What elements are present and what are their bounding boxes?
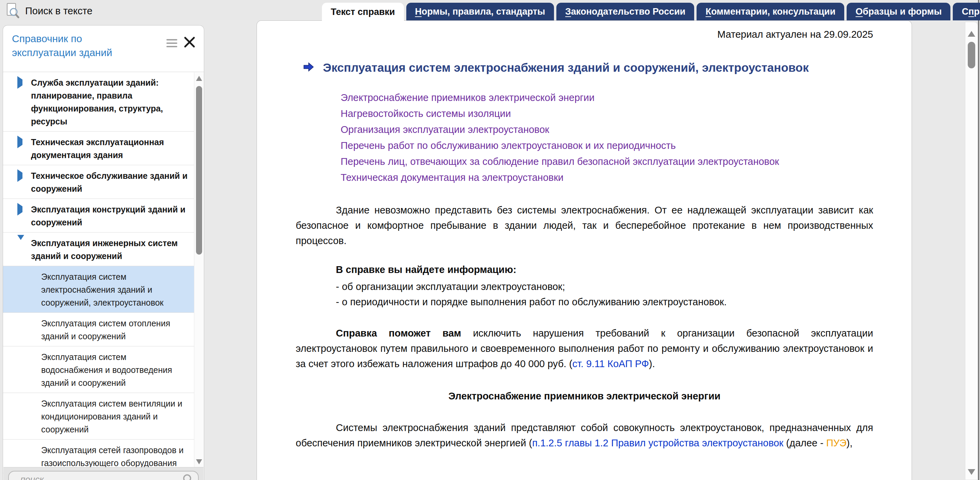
sidebar-footer: поиск [3, 467, 204, 480]
handbook-tree: Служба эксплуатации зданий: планирование… [3, 72, 194, 473]
tree-item-engineering-systems[interactable]: Эксплуатация инженерных систем зданий и … [3, 233, 194, 266]
bullet-line: - о периодичности и порядке выполнения р… [336, 295, 873, 310]
document-scrollbar[interactable] [965, 22, 978, 480]
systems-paragraph: Системы электроснабжения зданий представ… [296, 420, 873, 451]
blue-arrow-icon [303, 62, 314, 73]
scroll-down-icon[interactable] [968, 469, 975, 475]
tab-references[interactable]: Справки [953, 3, 980, 21]
tab-norms-standards[interactable]: Нормы, правила, стандарты [406, 3, 554, 21]
pue-rules-link[interactable]: п.1.2.5 главы 1.2 Правил устройства элек… [532, 437, 783, 448]
bullet-line: - об организации эксплуатации электроуст… [336, 279, 873, 295]
handbook-sidebar-panel: Справочник по эксплуатации зданий Служба… [3, 25, 204, 480]
tab-samples-forms[interactable]: Образцы и формы [846, 3, 950, 21]
toc-link[interactable]: Перечень работ по обслуживанию электроус… [340, 138, 873, 154]
tree-item-ventilation[interactable]: Эксплуатация систем вентиляции и кондици… [3, 393, 194, 440]
collapsed-triangle-icon[interactable] [3, 203, 31, 229]
search-in-text-icon [5, 2, 21, 20]
tab-legislation-russia[interactable]: Законодательство России [556, 3, 694, 21]
window-edge [978, 0, 979, 480]
section-heading: Электроснабжение приемников электрическо… [296, 388, 873, 404]
document-body: Здание невозможно представить без систем… [296, 203, 873, 451]
search-in-text-label: Поиск в тексте [25, 5, 92, 17]
expanded-triangle-icon[interactable] [3, 237, 31, 263]
intro-paragraph: Здание невозможно представить без систем… [296, 203, 873, 249]
toc-link[interactable]: Нагревостойкость системы изоляции [340, 106, 873, 122]
koap-article-link[interactable]: ст. 9.11 КоАП РФ [572, 358, 649, 369]
page-title: Эксплуатация систем электроснабжения зда… [323, 61, 809, 74]
toc-link[interactable]: Техническая документация на электроустан… [340, 170, 873, 185]
tree-item-heating[interactable]: Эксплуатация систем отопления зданий и с… [3, 313, 194, 346]
tree-item-structures[interactable]: Эксплуатация конструкций зданий и сооруж… [3, 199, 194, 233]
help-paragraph: Справка поможет вам исключить нарушения … [296, 326, 873, 372]
collapsed-triangle-icon[interactable] [3, 76, 31, 128]
collapsed-triangle-icon[interactable] [3, 169, 31, 195]
sidebar-scrollbar[interactable] [194, 73, 204, 468]
toc-link[interactable]: Организация эксплуатации электроустаново… [340, 122, 873, 138]
tree-item-power-supply-selected[interactable]: Эксплуатация систем электроснабжения зда… [3, 266, 194, 313]
scroll-up-icon[interactable] [196, 76, 202, 81]
sidebar-scrollbar-thumb[interactable] [196, 86, 202, 255]
close-icon[interactable] [183, 36, 196, 49]
sidebar-search-input[interactable]: поиск [8, 471, 199, 480]
tab-strip: Текст справки Нормы, правила, стандарты … [322, 3, 980, 22]
document-scrollbar-thumb[interactable] [968, 42, 975, 68]
tab-comments-consultations[interactable]: Комментарии, консультации [697, 3, 844, 21]
text-search-control[interactable]: Поиск в тексте [5, 2, 92, 20]
scroll-down-icon[interactable] [196, 459, 202, 464]
info-heading: В справке вы найдете информацию: [336, 262, 873, 277]
tree-item-water-supply[interactable]: Эксплуатация систем водоснабжения и водо… [3, 346, 194, 393]
material-actual-date: Материал актуален на 29.09.2025 [717, 29, 873, 40]
scroll-up-icon[interactable] [968, 31, 975, 37]
collapsed-triangle-icon[interactable] [3, 136, 31, 162]
toc-link[interactable]: Электроснабжение приемников электрическо… [340, 90, 873, 106]
handbook-title-link[interactable]: Справочник по эксплуатации зданий [12, 32, 134, 60]
tab-help-text[interactable]: Текст справки [322, 3, 404, 22]
toc-link[interactable]: Перечень лиц, отвечающих за соблюдение п… [340, 154, 873, 170]
sidebar-search-placeholder: поиск [21, 474, 44, 480]
tree-item-service[interactable]: Служба эксплуатации зданий: планирование… [3, 72, 194, 131]
hamburger-menu-icon[interactable] [166, 39, 177, 48]
pue-abbrev-link[interactable]: ПУЭ [826, 437, 846, 448]
toc-links: Электроснабжение приемников электрическо… [340, 90, 873, 185]
tree-item-tech-documentation[interactable]: Техническая эксплуатационная документаци… [3, 131, 194, 165]
sidebar-header: Справочник по эксплуатации зданий [3, 25, 204, 72]
document-pane: Материал актуален на 29.09.2025 Эксплуат… [256, 21, 912, 480]
tree-item-maintenance[interactable]: Техническое обслуживание зданий и сооруж… [3, 165, 194, 199]
